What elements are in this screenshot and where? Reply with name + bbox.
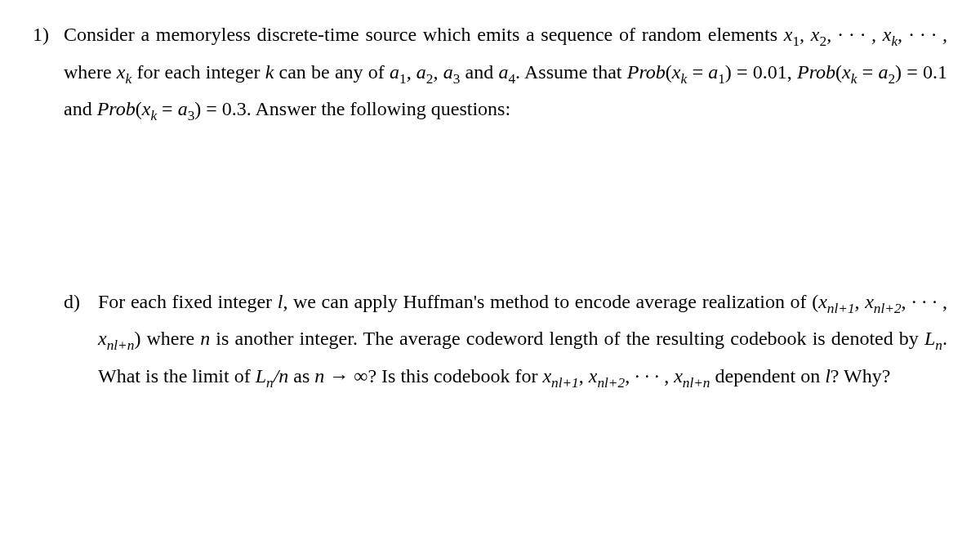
where-text: where (64, 61, 117, 83)
text: ? Why? (831, 365, 891, 386)
problem-number: 1) (33, 16, 64, 54)
math-x1: x1 (784, 24, 800, 45)
text: For each fixed integer (98, 291, 278, 312)
text: dependent on (710, 365, 826, 386)
math-k: k (265, 61, 274, 83)
text: . Assume that (515, 61, 627, 83)
text: where (140, 328, 200, 349)
sep: , (433, 61, 443, 83)
prob-expr-3: Prob(xk = a3) (97, 98, 202, 119)
text: as (288, 365, 314, 386)
subpart-label: d) (64, 284, 98, 321)
problem-1: 1) Consider a memoryless discrete-time s… (33, 16, 947, 128)
text: is another integer. The average codeword… (210, 328, 924, 349)
math-xk: xk (883, 24, 898, 45)
math-Ln: Ln (924, 328, 942, 349)
text: for each integer (131, 61, 265, 83)
sep: , (407, 61, 416, 83)
text: ? Is this codebook for (368, 365, 542, 386)
and-text: and (460, 61, 498, 83)
intro-text: Consider a memoryless discrete-time sour… (64, 24, 784, 45)
math-a1: a1 (390, 61, 407, 83)
prob-expr-1: Prob(xk = a1) (627, 61, 732, 83)
math-n: n (200, 328, 210, 349)
math-limit: n → ∞ (314, 365, 368, 386)
math-a4: a4 (498, 61, 515, 83)
math-x2: x2 (811, 24, 826, 45)
dots: , · · · , (826, 24, 883, 45)
sep: , (800, 24, 811, 45)
dots: , · · · , (898, 24, 947, 45)
subpart-d: d) For each fixed integer l, we can appl… (64, 284, 947, 395)
text: can be any of (274, 61, 390, 83)
text: = 0.01, (732, 61, 797, 83)
math-l2: l (825, 365, 831, 386)
text: = 0.3. Answer the following questions: (201, 98, 510, 119)
math-a3: a3 (443, 61, 461, 83)
math-xk2: xk (117, 61, 131, 83)
prob-expr-2: Prob(xk = a2) (797, 61, 902, 83)
text: , we can apply Huffman's method to encod… (283, 291, 812, 312)
tuple-expr-2: xnl+1, xnl+2, · · · , xnl+n (542, 365, 710, 386)
math-a2: a2 (416, 61, 434, 83)
problem-body: Consider a memoryless discrete-time sour… (64, 16, 947, 128)
math-Ln-over-n: Ln/n (256, 365, 289, 386)
subpart-body: For each fixed integer l, we can apply H… (98, 284, 947, 395)
